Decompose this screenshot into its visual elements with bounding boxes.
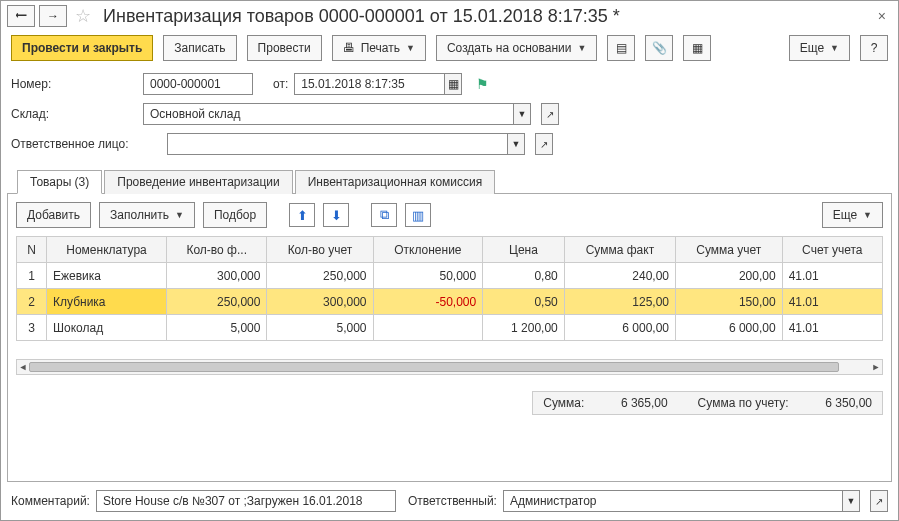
cell-price[interactable]: 0,50 [483,289,565,315]
cell-price[interactable]: 1 200,00 [483,315,565,341]
cell-nomenclature[interactable]: Ежевика [47,263,167,289]
table-row[interactable]: 3Шоколад5,0005,0001 200,006 000,006 000,… [17,315,883,341]
warehouse-dropdown-icon[interactable]: ▼ [513,103,531,125]
tab-goods[interactable]: Товары (3) [17,170,102,194]
favorite-star-icon[interactable]: ☆ [75,5,91,27]
cell-n[interactable]: 3 [17,315,47,341]
cell-price[interactable]: 0,80 [483,263,565,289]
cell-qty-fact[interactable]: 250,000 [167,289,267,315]
responsible-person-label: Ответственное лицо: [11,137,161,151]
move-up-button[interactable]: ⬆ [289,203,315,227]
cell-qty-fact[interactable]: 300,000 [167,263,267,289]
scroll-thumb[interactable] [29,362,839,372]
table-more-label: Еще [833,208,857,222]
warehouse-open-icon[interactable]: ↗ [541,103,559,125]
cell-account[interactable]: 41.01 [782,315,882,341]
fill-button[interactable]: Заполнить ▼ [99,202,195,228]
cell-sum-acc[interactable]: 6 000,00 [676,315,783,341]
total-sumacc-label: Сумма по учету: [698,396,789,410]
date-field[interactable]: 15.01.2018 8:17:35 [294,73,444,95]
col-deviation[interactable]: Отклонение [373,237,483,263]
nav-forward-button[interactable]: → [39,5,67,27]
scroll-left-icon[interactable]: ◄ [17,360,29,374]
cell-deviation[interactable] [373,315,483,341]
col-sum-acc[interactable]: Сумма учет [676,237,783,263]
attachment-icon-button[interactable]: 📎 [645,35,673,61]
footer-responsible-label: Ответственный: [408,494,497,508]
cell-nomenclature[interactable]: Клубника [47,289,167,315]
post-and-close-button[interactable]: Провести и закрыть [11,35,153,61]
horizontal-scrollbar[interactable]: ◄ ► [16,359,883,375]
totals-box: Сумма: 6 365,00 Сумма по учету: 6 350,00 [532,391,883,415]
chevron-down-icon: ▼ [175,210,184,220]
report-icon-button[interactable]: ▤ [607,35,635,61]
cell-sum-acc[interactable]: 200,00 [676,263,783,289]
cell-qty-acc[interactable]: 300,000 [267,289,373,315]
responsible-open-icon[interactable]: ↗ [535,133,553,155]
cell-deviation[interactable]: -50,000 [373,289,483,315]
status-flag-icon[interactable]: ⚑ [476,76,489,92]
more-button[interactable]: Еще ▼ [789,35,850,61]
more-label: Еще [800,41,824,55]
col-qty-fact[interactable]: Кол-во ф... [167,237,267,263]
calendar-icon[interactable]: ▦ [444,73,462,95]
fill-label: Заполнить [110,208,169,222]
table-row[interactable]: 2Клубника250,000300,000-50,0000,50125,00… [17,289,883,315]
cell-n[interactable]: 1 [17,263,47,289]
table-row[interactable]: 1Ежевика300,000250,00050,0000,80240,0020… [17,263,883,289]
goods-table[interactable]: N Номенклатура Кол-во ф... Кол-во учет О… [16,236,883,341]
paste-button[interactable]: ▥ [405,203,431,227]
cell-sum-fact[interactable]: 125,00 [564,289,675,315]
cell-qty-fact[interactable]: 5,000 [167,315,267,341]
create-based-button[interactable]: Создать на основании ▼ [436,35,597,61]
total-sumacc-value: 6 350,00 [792,396,872,410]
copy-button[interactable]: ⧉ [371,203,397,227]
table-more-button[interactable]: Еще ▼ [822,202,883,228]
cell-qty-acc[interactable]: 250,000 [267,263,373,289]
comment-field[interactable]: Store House с/в №307 от ;Загружен 16.01.… [96,490,396,512]
cell-account[interactable]: 41.01 [782,263,882,289]
total-sum-label: Сумма: [543,396,584,410]
responsible-dropdown-icon[interactable]: ▼ [507,133,525,155]
number-field[interactable]: 0000-000001 [143,73,253,95]
cell-sum-acc[interactable]: 150,00 [676,289,783,315]
post-button[interactable]: Провести [247,35,322,61]
cell-sum-fact[interactable]: 240,00 [564,263,675,289]
col-account[interactable]: Счет учета [782,237,882,263]
nav-back-button[interactable]: 🠔 [7,5,35,27]
cell-account[interactable]: 41.01 [782,289,882,315]
warehouse-label: Склад: [11,107,59,121]
save-button[interactable]: Записать [163,35,236,61]
cell-nomenclature[interactable]: Шоколад [47,315,167,341]
move-down-button[interactable]: ⬇ [323,203,349,227]
cell-n[interactable]: 2 [17,289,47,315]
tab-inventory-process[interactable]: Проведение инвентаризации [104,170,292,194]
cell-deviation[interactable]: 50,000 [373,263,483,289]
col-nomenclature[interactable]: Номенклатура [47,237,167,263]
chevron-down-icon: ▼ [863,210,872,220]
help-button[interactable]: ? [860,35,888,61]
list-icon-button[interactable]: ▦ [683,35,711,61]
total-sum-value: 6 365,00 [588,396,668,410]
add-row-button[interactable]: Добавить [16,202,91,228]
create-based-label: Создать на основании [447,41,572,55]
col-price[interactable]: Цена [483,237,565,263]
cell-qty-acc[interactable]: 5,000 [267,315,373,341]
footer-responsible-open-icon[interactable]: ↗ [870,490,888,512]
print-icon: 🖶 [343,41,355,55]
responsible-person-field[interactable] [167,133,507,155]
close-icon[interactable]: × [872,8,892,24]
window-title: Инвентаризация товаров 0000-000001 от 15… [103,6,868,27]
col-sum-fact[interactable]: Сумма факт [564,237,675,263]
col-n[interactable]: N [17,237,47,263]
date-from-label: от: [273,77,288,91]
footer-responsible-field[interactable]: Администратор [503,490,842,512]
scroll-right-icon[interactable]: ► [870,360,882,374]
pick-button[interactable]: Подбор [203,202,267,228]
footer-responsible-dropdown-icon[interactable]: ▼ [842,490,860,512]
warehouse-field[interactable]: Основной склад [143,103,513,125]
cell-sum-fact[interactable]: 6 000,00 [564,315,675,341]
print-button[interactable]: 🖶 Печать ▼ [332,35,426,61]
col-qty-acc[interactable]: Кол-во учет [267,237,373,263]
tab-commission[interactable]: Инвентаризационная комиссия [295,170,496,194]
